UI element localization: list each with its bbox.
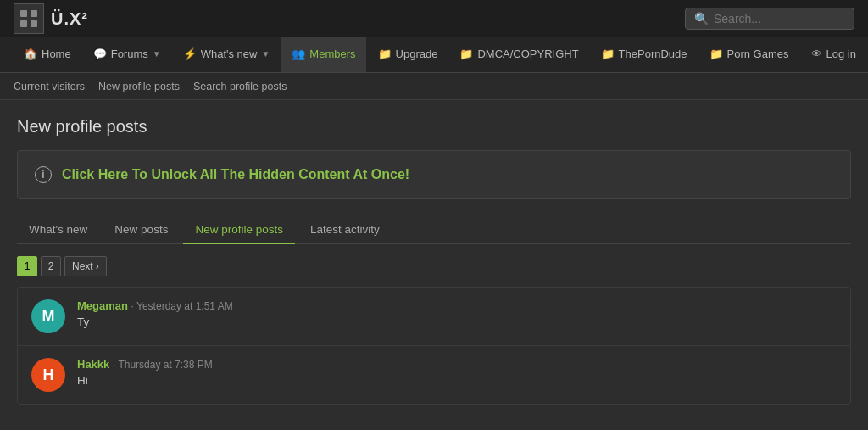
next-label: Next	[72, 260, 93, 272]
unlock-banner[interactable]: i Click Here To Unlock All The Hidden Co…	[17, 150, 851, 199]
home-icon: 🏠	[24, 47, 37, 60]
tab-new-profile-posts[interactable]: New profile posts	[183, 216, 295, 244]
login-icon: 👁	[811, 47, 822, 60]
nav-item-home[interactable]: 🏠 Home	[14, 37, 81, 72]
post-author[interactable]: Hakkk	[77, 358, 109, 371]
nav-item-upgrade[interactable]: 📁 Upgrade	[368, 37, 448, 72]
post-item: H Hakkk · Thursday at 7:38 PM Hi	[18, 346, 850, 404]
whats-new-icon: ⚡	[183, 47, 197, 60]
post-meta: Hakkk · Thursday at 7:38 PM	[77, 358, 837, 371]
avatar: M	[31, 299, 65, 333]
porngames-icon: 📁	[709, 47, 723, 60]
page-1-button[interactable]: 1	[17, 256, 37, 276]
search-icon: 🔍	[694, 12, 709, 25]
sub-nav-current-visitors[interactable]: Current visitors	[14, 81, 85, 92]
tab-latest-activity[interactable]: Latest activity	[298, 216, 392, 244]
page-title: New profile posts	[17, 117, 851, 137]
nav-label-home: Home	[42, 47, 71, 60]
forums-dropdown-icon: ▼	[153, 49, 161, 59]
post-author[interactable]: Megaman	[77, 299, 128, 312]
nav-item-porngames[interactable]: 📁 Porn Games	[699, 37, 799, 72]
nav-item-dmca[interactable]: 📁 DMCA/COPYRIGHT	[449, 37, 588, 72]
posts-list: M Megaman · Yesterday at 1:51 AM Ty H Ha…	[17, 287, 851, 405]
upgrade-icon: 📁	[378, 47, 392, 60]
post-item: M Megaman · Yesterday at 1:51 AM Ty	[18, 288, 850, 346]
post-time: · Yesterday at 1:51 AM	[131, 300, 233, 312]
sub-nav-new-profile-posts[interactable]: New profile posts	[98, 81, 180, 92]
search-area[interactable]: 🔍	[685, 8, 854, 30]
whats-new-dropdown-icon: ▼	[261, 49, 270, 59]
tabs-row: What's new New posts New profile posts L…	[17, 216, 851, 244]
nav-item-whats-new[interactable]: ⚡ What's new ▼	[173, 37, 281, 72]
logo-area: Ü.X²	[14, 3, 88, 34]
nav-label-forums: Forums	[111, 47, 148, 60]
top-bar: Ü.X² 🔍	[0, 0, 868, 37]
info-icon: i	[35, 166, 52, 183]
nav-item-login[interactable]: 👁 Log in	[801, 37, 866, 72]
post-content: Hakkk · Thursday at 7:38 PM Hi	[77, 358, 837, 387]
porndue-icon: 📁	[601, 47, 615, 60]
dmca-icon: 📁	[459, 47, 473, 60]
nav-label-whats-new: What's new	[201, 47, 258, 60]
svg-rect-2	[20, 20, 27, 27]
main-content: New profile posts i Click Here To Unlock…	[0, 100, 868, 422]
sub-nav-search-profile-posts[interactable]: Search profile posts	[193, 81, 287, 92]
logo-icon	[14, 3, 44, 34]
tab-new-posts[interactable]: New posts	[103, 216, 180, 244]
nav-item-forums[interactable]: 💬 Forums ▼	[83, 37, 171, 72]
post-content: Megaman · Yesterday at 1:51 AM Ty	[77, 299, 837, 328]
nav-label-upgrade: Upgrade	[396, 47, 438, 60]
page-2-button[interactable]: 2	[41, 256, 61, 276]
nav-label-login: Log in	[826, 47, 856, 60]
unlock-text[interactable]: Click Here To Unlock All The Hidden Cont…	[62, 167, 409, 182]
nav-item-members[interactable]: 👥 Members	[281, 37, 365, 72]
next-button[interactable]: Next ›	[64, 256, 107, 276]
nav-label-porngames: Porn Games	[727, 47, 789, 60]
avatar: H	[31, 358, 65, 392]
post-time: · Thursday at 7:38 PM	[113, 359, 213, 371]
nav-bar: 🏠 Home 💬 Forums ▼ ⚡ What's new ▼ 👥 Membe…	[0, 37, 868, 73]
search-input[interactable]	[714, 12, 845, 25]
svg-rect-3	[31, 20, 37, 27]
nav-label-dmca: DMCA/COPYRIGHT	[477, 47, 578, 60]
logo-text: Ü.X²	[51, 9, 88, 29]
nav-item-porndue[interactable]: 📁 ThePornDude	[591, 37, 698, 72]
pagination: 1 2 Next ›	[17, 256, 851, 276]
forums-icon: 💬	[93, 47, 107, 60]
svg-rect-1	[31, 10, 37, 17]
post-text: Ty	[77, 316, 837, 328]
sub-nav: Current visitors New profile posts Searc…	[0, 73, 868, 100]
nav-label-porndue: ThePornDude	[619, 47, 687, 60]
members-icon: 👥	[292, 47, 305, 60]
svg-rect-0	[20, 10, 27, 17]
next-arrow-icon: ›	[96, 260, 99, 272]
tab-whats-new[interactable]: What's new	[17, 216, 99, 244]
nav-label-members: Members	[309, 47, 355, 60]
avatar-letter: H	[43, 366, 54, 384]
avatar-letter: M	[42, 308, 55, 326]
post-meta: Megaman · Yesterday at 1:51 AM	[77, 299, 837, 312]
post-text: Hi	[77, 374, 837, 387]
